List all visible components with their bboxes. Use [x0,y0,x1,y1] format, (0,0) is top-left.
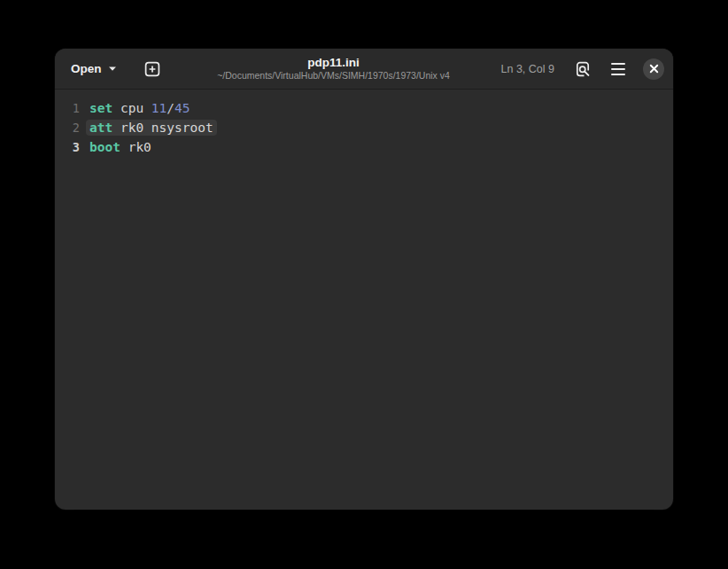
code-line[interactable]: 2att rk0 nsysroot [55,118,673,137]
chevron-down-icon [108,66,117,72]
search-button[interactable] [569,55,597,83]
search-document-icon [575,61,591,77]
cursor-position-indicator[interactable]: Ln 3, Col 9 [501,63,554,75]
code-line[interactable]: 1set cpu 11/45 [55,98,673,118]
code-text: set cpu 11/45 [89,101,190,115]
header-right-group: Ln 3, Col 9 [501,55,664,83]
close-button[interactable] [643,58,664,80]
code-text: att rk0 nsysroot [86,120,217,136]
document-title: pdp11.ini [307,56,360,71]
open-button-label: Open [71,62,102,75]
menu-button[interactable] [604,55,632,83]
header-bar: Open pdp11.ini ~/Documents/VirtualHub/VM… [55,49,673,90]
close-icon [649,64,659,74]
editor-lines: 1set cpu 11/452att rk0 nsysroot3boot rk0 [55,98,673,157]
line-number: 3 [66,140,80,154]
text-editor-window: Open pdp11.ini ~/Documents/VirtualHub/VM… [55,49,673,510]
open-button[interactable]: Open [62,56,126,82]
line-number: 1 [66,101,80,115]
new-tab-button[interactable] [138,55,167,83]
line-number: 2 [66,121,80,135]
menu-icon [611,63,625,75]
code-text: boot rk0 [89,140,151,154]
window-title-area: pdp11.ini ~/Documents/VirtualHub/VMs/SIM… [167,56,501,82]
new-tab-icon [144,61,160,77]
editor-area[interactable]: 1set cpu 11/452att rk0 nsysroot3boot rk0 [55,90,673,509]
header-left-group: Open [62,55,167,83]
document-path: ~/Documents/VirtualHub/VMs/SIMH/1970s/19… [217,70,450,82]
code-line[interactable]: 3boot rk0 [55,137,673,157]
